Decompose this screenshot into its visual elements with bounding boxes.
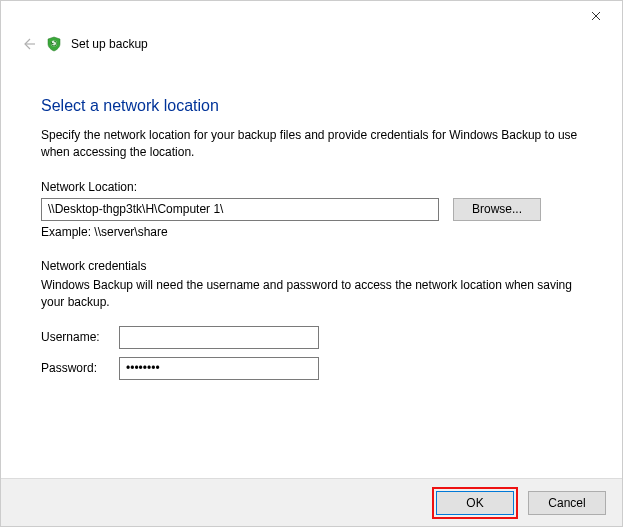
window-title: Set up backup (71, 37, 148, 51)
page-heading: Select a network location (41, 97, 582, 115)
browse-button[interactable]: Browse... (453, 198, 541, 221)
titlebar (1, 1, 622, 31)
password-label: Password: (41, 361, 119, 375)
ok-button[interactable]: OK (436, 491, 514, 515)
close-button[interactable] (580, 5, 612, 27)
content-area: Select a network location Specify the ne… (1, 61, 622, 380)
wizard-header: Set up backup (1, 31, 622, 61)
credentials-heading: Network credentials (41, 259, 582, 273)
intro-text: Specify the network location for your ba… (41, 127, 582, 162)
password-input[interactable] (119, 357, 319, 380)
back-arrow-icon[interactable] (19, 35, 37, 53)
ok-highlight: OK (432, 487, 518, 519)
example-hint: Example: \\server\share (41, 225, 582, 239)
username-label: Username: (41, 330, 119, 344)
credentials-desc: Windows Backup will need the username an… (41, 277, 582, 312)
username-input[interactable] (119, 326, 319, 349)
dialog-footer: OK Cancel (1, 478, 622, 526)
network-location-label: Network Location: (41, 180, 582, 194)
cancel-button[interactable]: Cancel (528, 491, 606, 515)
network-location-input[interactable] (41, 198, 439, 221)
backup-shield-icon (45, 35, 63, 53)
